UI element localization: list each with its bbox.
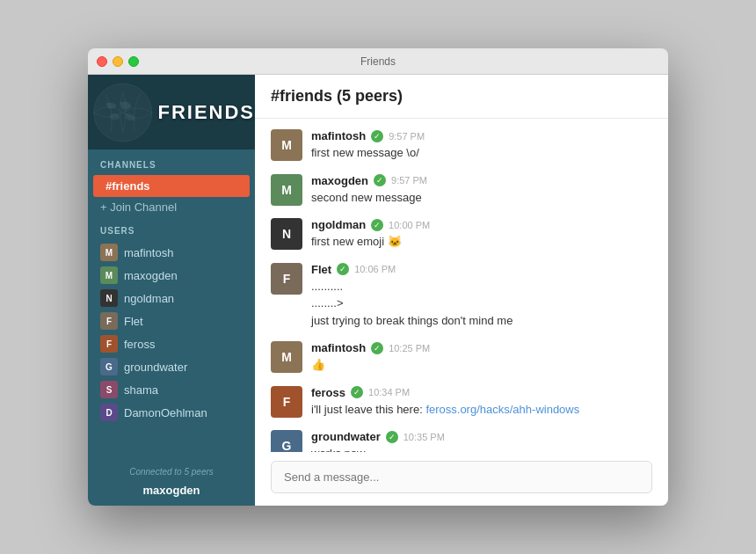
msg-username: groundwater	[311, 430, 381, 443]
msg-username: feross	[311, 386, 345, 399]
user-item[interactable]: F feross	[88, 332, 255, 355]
connected-text: Connected to 5 peers	[100, 467, 243, 484]
message-item: M mafintosh ✓ 9:57 PM first new message …	[271, 129, 652, 162]
msg-text: just trying to break things don't mind m…	[311, 312, 652, 330]
msg-header: Flet ✓ 10:06 PM	[311, 263, 652, 276]
user-avatar: N	[100, 289, 118, 307]
msg-text: ........>	[311, 295, 652, 312]
chat-input-area	[255, 452, 668, 506]
chat-area: #friends (5 peers) M mafintosh ✓ 9:57 PM…	[255, 75, 668, 506]
user-item[interactable]: M mafintosh	[88, 241, 255, 264]
msg-content: Flet ✓ 10:06 PM ..................>just …	[311, 263, 652, 330]
msg-avatar: M	[271, 341, 302, 373]
titlebar: Friends	[88, 48, 668, 75]
user-avatar: F	[100, 335, 118, 353]
verified-badge: ✓	[371, 342, 383, 354]
user-name: Flet	[124, 315, 143, 328]
msg-avatar: M	[271, 129, 302, 161]
msg-text: first new emoji 🐱	[311, 233, 652, 251]
msg-username: mafintosh	[311, 129, 366, 142]
verified-badge: ✓	[386, 431, 398, 443]
user-item[interactable]: D DamonOehlman	[88, 401, 255, 424]
message-item: F feross ✓ 10:34 PM i'll just leave this…	[271, 386, 652, 419]
msg-time: 9:57 PM	[389, 131, 425, 142]
msg-content: groundwater ✓ 10:35 PM works nowthis is …	[311, 430, 652, 452]
message-item: G groundwater ✓ 10:35 PM works nowthis i…	[271, 430, 652, 452]
user-name: maxogden	[124, 269, 178, 282]
user-name: mafintosh	[124, 246, 173, 259]
verified-badge: ✓	[371, 130, 383, 142]
msg-time: 10:25 PM	[389, 343, 430, 354]
msg-avatar: G	[271, 430, 302, 452]
chat-title: #friends (5 peers)	[271, 87, 652, 106]
msg-avatar: F	[271, 386, 302, 418]
msg-content: feross ✓ 10:34 PM i'll just leave this h…	[311, 386, 652, 419]
verified-badge: ✓	[337, 263, 349, 275]
msg-time: 10:34 PM	[368, 387, 410, 397]
msg-text: ..........	[311, 278, 652, 295]
msg-header: mafintosh ✓ 10:25 PM	[311, 341, 652, 354]
messages-list[interactable]: M mafintosh ✓ 9:57 PM first new message …	[255, 119, 668, 452]
msg-text: first new message \o/	[311, 144, 652, 162]
msg-content: mafintosh ✓ 9:57 PM first new message \o…	[311, 129, 652, 162]
user-name: groundwater	[124, 361, 187, 374]
user-avatar: S	[100, 381, 118, 398]
user-list: M mafintosh M maxogden N ngoldman F Flet…	[88, 241, 255, 458]
user-name: ngoldman	[124, 292, 174, 305]
user-name: DamonOehlman	[124, 406, 207, 419]
app-window: Friends	[88, 48, 668, 506]
message-input[interactable]	[271, 461, 652, 493]
user-name: shama	[124, 383, 158, 397]
traffic-lights	[97, 56, 139, 67]
msg-avatar: M	[271, 174, 302, 206]
close-button[interactable]	[97, 56, 107, 67]
msg-username: mafintosh	[311, 341, 366, 354]
minimize-button[interactable]	[113, 56, 123, 67]
msg-time: 10:35 PM	[403, 432, 445, 442]
user-avatar: G	[100, 358, 118, 375]
sidebar-footer: Connected to 5 peers maxogden	[88, 458, 255, 506]
message-item: M mafintosh ✓ 10:25 PM 👍	[271, 341, 652, 374]
verified-badge: ✓	[374, 174, 386, 186]
user-item[interactable]: N ngoldman	[88, 287, 255, 310]
maximize-button[interactable]	[128, 56, 139, 67]
user-avatar: F	[100, 312, 118, 330]
msg-text: works now	[311, 445, 652, 452]
sidebar-logo: FRIENDS	[88, 75, 255, 149]
msg-content: maxogden ✓ 9:57 PM second new message	[311, 174, 652, 207]
user-item[interactable]: G groundwater	[88, 355, 255, 378]
window-title: Friends	[360, 55, 396, 68]
sidebar: FRIENDS CHANNELS #friends + Join Channel…	[88, 75, 255, 506]
user-item[interactable]: F Flet	[88, 310, 255, 332]
msg-content: mafintosh ✓ 10:25 PM 👍	[311, 341, 652, 374]
channel-friends[interactable]: #friends	[93, 175, 250, 197]
current-user: maxogden	[100, 484, 243, 497]
join-channel-button[interactable]: + Join Channel	[88, 197, 255, 217]
msg-time: 10:06 PM	[354, 264, 396, 274]
msg-avatar: N	[271, 218, 302, 250]
logo-text: FRIENDS	[157, 101, 255, 124]
msg-time: 10:00 PM	[389, 220, 430, 230]
user-item[interactable]: M maxogden	[88, 264, 255, 287]
msg-header: mafintosh ✓ 9:57 PM	[311, 129, 652, 142]
msg-avatar: F	[271, 263, 302, 295]
verified-badge: ✓	[371, 219, 383, 231]
chat-header: #friends (5 peers)	[255, 75, 668, 119]
msg-username: Flet	[311, 263, 331, 276]
msg-text: i'll just leave this here: feross.org/ha…	[311, 401, 652, 419]
msg-header: maxogden ✓ 9:57 PM	[311, 174, 652, 187]
user-item[interactable]: S shama	[88, 378, 255, 401]
message-item: M maxogden ✓ 9:57 PM second new message	[271, 174, 652, 207]
user-name: feross	[124, 338, 155, 351]
msg-header: ngoldman ✓ 10:00 PM	[311, 218, 652, 231]
msg-link[interactable]: feross.org/hacks/ahh-windows	[425, 403, 579, 416]
msg-text: second new message	[311, 189, 652, 207]
msg-time: 9:57 PM	[391, 175, 427, 186]
users-label: USERS	[88, 217, 255, 241]
msg-text: 👍	[311, 356, 652, 374]
user-avatar: M	[100, 244, 118, 261]
message-item: N ngoldman ✓ 10:00 PM first new emoji 🐱	[271, 218, 652, 251]
msg-username: maxogden	[311, 174, 368, 187]
verified-badge: ✓	[351, 386, 363, 398]
main-layout: FRIENDS CHANNELS #friends + Join Channel…	[88, 75, 668, 506]
